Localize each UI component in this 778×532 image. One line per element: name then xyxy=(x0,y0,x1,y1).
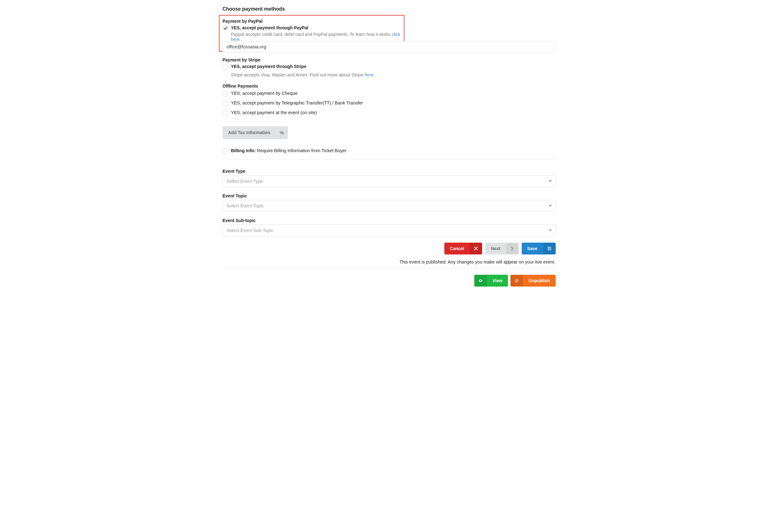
percent-icon: % xyxy=(276,126,288,139)
cheque-checkbox[interactable] xyxy=(223,91,228,96)
stripe-checkbox-label: YES, accept payment through Stripe xyxy=(231,64,307,69)
billing-rest: Require Billing Information from Ticket … xyxy=(256,148,346,153)
tt-checkbox[interactable] xyxy=(223,101,228,106)
divider-1 xyxy=(223,160,556,160)
cheque-label: YES, accept payment by Cheque xyxy=(231,90,298,96)
offline-title: Offline Payments xyxy=(223,84,556,89)
unpublish-button[interactable]: Unpublish xyxy=(511,275,555,287)
svg-line-2 xyxy=(516,280,518,282)
stripe-description: Stripe accepts Visa, Master and Amex. Fi… xyxy=(231,72,556,77)
unpublish-label: Unpublish xyxy=(523,275,555,287)
billing-checkbox[interactable] xyxy=(223,148,228,153)
svg-point-0 xyxy=(480,280,481,281)
stripe-checkbox[interactable] xyxy=(223,64,228,69)
view-label: View xyxy=(487,275,508,287)
stripe-desc-prefix: Stripe accepts Visa, Master and Amex. Fi… xyxy=(231,72,365,77)
chevron-right-icon xyxy=(506,243,519,254)
add-tax-label: Add Tax Information xyxy=(223,126,276,139)
ban-icon xyxy=(511,275,523,286)
stripe-desc-suffix: . xyxy=(374,72,375,77)
stripe-title: Payment by Stripe xyxy=(223,57,556,62)
billing-text: Billing Info: Require Billing Informatio… xyxy=(231,148,347,153)
publish-status-note: This event is published. Any changes you… xyxy=(223,259,556,264)
billing-bold: Billing Info: xyxy=(231,148,256,153)
paypal-email-input[interactable] xyxy=(223,41,556,52)
paypal-checkbox[interactable] xyxy=(223,25,228,30)
paypal-title: Payment by PayPal xyxy=(223,19,401,24)
save-button[interactable]: Save xyxy=(522,243,556,254)
divider-2 xyxy=(223,268,556,269)
event-topic-select[interactable]: Select Event Topic xyxy=(223,200,556,212)
next-label: Next xyxy=(485,243,506,254)
event-type-label: Event Type xyxy=(223,169,556,174)
event-subtopic-label: Event Sub-topic xyxy=(223,218,556,223)
onsite-label: YES, accept payment at the event (on sit… xyxy=(231,110,317,116)
next-button[interactable]: Next xyxy=(485,243,518,254)
add-tax-button[interactable]: Add Tax Information % xyxy=(223,126,288,139)
close-icon xyxy=(470,243,482,254)
onsite-checkbox[interactable] xyxy=(223,110,228,116)
save-icon xyxy=(543,243,556,254)
view-button[interactable]: View xyxy=(474,275,508,287)
paypal-checkbox-label: YES, accept payment through PayPal xyxy=(231,25,308,30)
cancel-button[interactable]: Cancel xyxy=(444,243,482,254)
event-subtopic-select[interactable]: Select Event Sub-Topic xyxy=(223,225,556,236)
tt-label: YES, accept payment by Telegraphic Trans… xyxy=(231,100,363,106)
event-type-select[interactable]: Select Event Type xyxy=(223,175,556,187)
event-topic-label: Event Topic xyxy=(223,193,556,198)
section-heading: Choose payment methods xyxy=(223,6,556,12)
stripe-learn-link[interactable]: here xyxy=(365,72,374,77)
paypal-desc-prefix: Paypal accepts credit card, debit card a… xyxy=(231,32,392,37)
cancel-label: Cancel xyxy=(444,243,470,254)
save-label: Save xyxy=(522,243,543,254)
eye-icon xyxy=(474,275,487,286)
